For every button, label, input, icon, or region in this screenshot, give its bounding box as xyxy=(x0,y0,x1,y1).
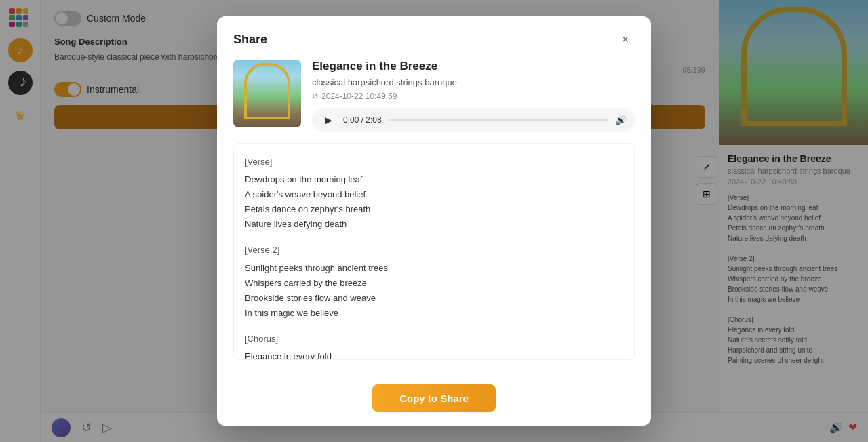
modal-song-tags: classical harpsichord strings baroque xyxy=(312,77,635,87)
progress-bar[interactable] xyxy=(389,119,608,121)
modal-song-date: ↺ 2024-10-22 10:49:59 xyxy=(312,92,635,101)
verse1-label: [Verse] xyxy=(245,155,623,169)
lyrics-scroll-area[interactable]: [Verse] Dewdrops on the morning leaf A s… xyxy=(233,143,635,360)
modal-song-title: Elegance in the Breeze xyxy=(312,60,635,73)
modal-title: Share xyxy=(233,33,267,47)
date-icon: ↺ xyxy=(312,92,319,101)
modal-overlay[interactable]: Share × Elegance in the Breeze classical… xyxy=(0,0,868,442)
verse1-line1: Dewdrops on the morning leaf xyxy=(245,172,623,187)
verse1-section: [Verse] Dewdrops on the morning leaf A s… xyxy=(245,155,623,232)
chorus-line1: Elegance in every fold xyxy=(245,349,623,360)
volume-button[interactable]: 🔊 xyxy=(615,115,627,125)
verse2-line4: In this magic we believe xyxy=(245,306,623,321)
verse2-line3: Brookside stories flow and weave xyxy=(245,291,623,306)
verse1-line2: A spider's weave beyond belief xyxy=(245,187,623,202)
verse2-label: [Verse 2] xyxy=(245,243,623,258)
song-thumbnail-arch-visual xyxy=(233,60,301,127)
song-meta: Elegance in the Breeze classical harpsic… xyxy=(312,60,635,132)
verse1-line3: Petals dance on zephyr's breath xyxy=(245,202,623,217)
share-modal: Share × Elegance in the Breeze classical… xyxy=(217,16,651,426)
verse2-section: [Verse 2] Sunlight peeks through ancient… xyxy=(245,243,623,320)
audio-player: ▶ 0:00 / 2:08 🔊 xyxy=(312,108,635,132)
copy-to-share-button[interactable]: Copy to Share xyxy=(372,384,496,412)
verse2-line1: Sunlight peeks through ancient trees xyxy=(245,261,623,276)
verse1-line4: Nature lives defying death xyxy=(245,217,623,232)
chorus-label: [Chorus] xyxy=(245,332,623,346)
modal-close-button[interactable]: × xyxy=(616,30,635,49)
modal-header: Share × xyxy=(217,16,651,60)
verse2-line2: Whispers carried by the breeze xyxy=(245,276,623,291)
song-thumbnail xyxy=(233,60,301,127)
play-button[interactable]: ▶ xyxy=(320,112,336,128)
time-display: 0:00 / 2:08 xyxy=(343,115,382,125)
song-info-row: Elegance in the Breeze classical harpsic… xyxy=(233,60,635,132)
modal-footer: Copy to Share xyxy=(217,374,651,426)
modal-date-text: 2024-10-22 10:49:59 xyxy=(321,92,397,101)
modal-body: Elegance in the Breeze classical harpsic… xyxy=(217,60,651,374)
chorus-section: [Chorus] Elegance in every fold Nature's… xyxy=(245,332,623,360)
